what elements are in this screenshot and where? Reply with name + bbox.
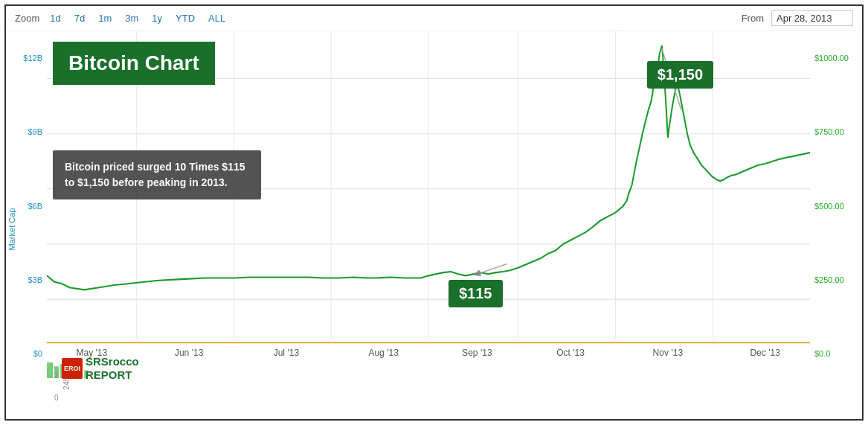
zoom-label: Zoom	[15, 13, 39, 24]
chart-title: Bitcoin Chart	[53, 42, 215, 85]
left-tick-3: $3B	[28, 275, 42, 284]
right-tick-3: $250.00	[814, 275, 844, 284]
left-tick-4: $0	[33, 349, 42, 358]
zoom-1m[interactable]: 1m	[95, 11, 115, 25]
zoom-1d[interactable]: 1d	[47, 11, 63, 25]
zoom-7d[interactable]: 7d	[71, 11, 88, 25]
svg-text:Sep '13: Sep '13	[462, 348, 492, 358]
chart-container: Zoom 1d 7d 1m 3m 1y YTD ALL From $12B $9…	[4, 4, 864, 421]
zoom-all[interactable]: ALL	[205, 11, 228, 25]
annotation-box: Bitcoin priced surged 10 Times $115 to $…	[53, 150, 261, 199]
left-tick-2: $6B	[28, 202, 42, 211]
from-label: From	[742, 13, 764, 24]
svg-text:Aug '13: Aug '13	[368, 348, 399, 358]
svg-text:2: 2	[54, 371, 59, 380]
chart-svg-area: May '13 Jun '13 Jul '13 Aug '13 Sep '13 …	[47, 31, 810, 418]
from-date-input[interactable]	[771, 10, 853, 26]
left-axis: $12B $9B $6B $3B $0 Market Cap	[6, 31, 47, 418]
svg-text:Nov '13: Nov '13	[653, 348, 684, 358]
svg-text:0: 0	[54, 393, 59, 401]
main-chart-area: $12B $9B $6B $3B $0 Market Cap	[6, 31, 862, 418]
left-tick-1: $9B	[28, 127, 42, 136]
right-axis: $1000.00 $750.00 $500.00 $250.00 $0.0 Pr…	[810, 31, 862, 418]
svg-rect-13	[47, 362, 53, 378]
zoom-1y[interactable]: 1y	[149, 11, 165, 25]
right-tick-0: $1000.00	[814, 54, 849, 63]
logo-area: EROI SRSrocco REPORT	[62, 355, 139, 382]
toolbar: Zoom 1d 7d 1m 3m 1y YTD ALL From	[6, 6, 862, 31]
chart-svg: May '13 Jun '13 Jul '13 Aug '13 Sep '13 …	[47, 31, 810, 418]
right-tick-1: $750.00	[814, 127, 844, 136]
logo-icon: EROI	[62, 358, 83, 379]
svg-text:Jul '13: Jul '13	[274, 348, 300, 358]
price-low-callout: $115	[449, 280, 503, 307]
left-axis-label: Market Cap	[7, 208, 16, 250]
logo-text: SRSrocco REPORT	[86, 355, 139, 382]
right-axis-ticks: $1000.00 $750.00 $500.00 $250.00 $0.0	[810, 46, 862, 365]
right-tick-4: $0.0	[814, 349, 830, 358]
left-axis-ticks: $12B $9B $6B $3B $0	[6, 46, 47, 365]
left-tick-0: $12B	[23, 54, 42, 63]
svg-text:Dec '13: Dec '13	[750, 348, 780, 358]
price-high-callout: $1,150	[647, 61, 713, 89]
svg-text:Jun '13: Jun '13	[175, 348, 204, 358]
zoom-ytd[interactable]: YTD	[173, 11, 198, 25]
right-tick-2: $500.00	[814, 202, 844, 211]
zoom-3m[interactable]: 3m	[122, 11, 141, 25]
svg-text:Oct '13: Oct '13	[556, 348, 585, 358]
